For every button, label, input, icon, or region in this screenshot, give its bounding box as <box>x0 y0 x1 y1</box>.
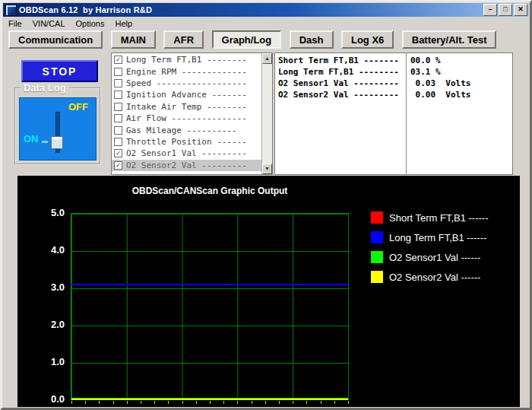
title-bar: OBDScan 6.12 by Harrison R&D – □ ✕ <box>3 3 529 17</box>
pid-row-o2-sensor1-val[interactable]: ✓ O2 Sensor1 Val --------- <box>112 148 261 159</box>
tab-battery-alt-test[interactable]: Battery/Alt. Test <box>402 30 497 49</box>
pid-row-long-term-ft-b1[interactable]: ✓ Long Term FT,B1 -------- <box>112 54 261 65</box>
reading-value: 0.03 Volts <box>410 78 470 90</box>
pid-label: Long Term FT,B1 -------- <box>126 55 247 65</box>
x-axis-tick <box>334 401 335 404</box>
menu-help[interactable]: Help <box>109 18 138 29</box>
chart-title: OBDScan/CANScan Graphic Output <box>71 186 349 196</box>
scroll-down-icon[interactable]: ▼ <box>262 164 272 174</box>
reading-value: 0.00 Volts <box>410 90 470 101</box>
x-axis-tick <box>196 401 197 404</box>
tab-log-x6[interactable]: Log X6 <box>341 30 394 49</box>
readings-labels: Short Term FT,B1 ------- Long Term FT,B1… <box>278 56 399 101</box>
legend-label: Short Term FT,B1 ------ <box>389 212 489 224</box>
data-log-panel: OFF ON <box>19 97 97 161</box>
pid-list-scrollbar[interactable]: ▲ ▼ <box>261 53 272 174</box>
minimize-button[interactable]: – <box>483 4 497 16</box>
pid-row-throttle-position[interactable]: Throttle Position ------ <box>112 136 261 148</box>
maximize-button[interactable]: □ <box>499 4 512 16</box>
window-title: OBDScan 6.12 by Harrison R&D <box>19 5 482 14</box>
pid-row-intake-air-temp[interactable]: Intake Air Temp -------- <box>112 101 261 113</box>
chart-legend: Short Term FT,B1 ------ Long Term FT,B1 … <box>371 211 489 291</box>
pid-list-panel: ✓ Long Term FT,B1 -------- Engine RPM --… <box>111 52 273 175</box>
data-log-title: Data Log <box>21 82 69 94</box>
pid-row-engine-rpm[interactable]: Engine RPM ------------- <box>112 65 261 77</box>
checkbox-icon[interactable] <box>114 68 122 76</box>
scroll-up-icon[interactable]: ▲ <box>262 53 272 64</box>
legend-swatch-green <box>371 251 383 263</box>
close-button[interactable]: ✕ <box>514 4 527 16</box>
y-axis-label: 4.0 <box>37 244 65 256</box>
menu-options[interactable]: Options <box>71 18 110 29</box>
x-axis-tick <box>321 401 321 404</box>
legend-swatch-yellow <box>371 271 383 283</box>
x-axis-tick <box>113 401 114 404</box>
checkbox-icon[interactable]: ✓ <box>114 161 122 170</box>
checkbox-icon[interactable] <box>114 138 122 146</box>
data-log-slider-handle[interactable] <box>51 136 63 149</box>
tab-afr[interactable]: AFR <box>163 30 204 49</box>
reading-label: Long Term FT,B1 -------- <box>278 67 399 78</box>
pid-label: Ignition Advance ------- <box>126 90 247 100</box>
checkbox-icon[interactable] <box>114 126 122 135</box>
readings-panel: Short Term FT,B1 ------- Long Term FT,B1… <box>274 52 513 175</box>
x-axis-tick <box>279 401 280 404</box>
tab-main[interactable]: MAIN <box>111 30 156 49</box>
x-axis-tick <box>306 401 307 404</box>
pid-label: O2 Sensor2 Val --------- <box>126 161 247 170</box>
stop-button[interactable]: STOP <box>21 60 98 82</box>
reading-label: Short Term FT,B1 ------- <box>278 56 399 67</box>
checkbox-icon[interactable] <box>114 91 122 99</box>
pid-label: Throttle Position ------ <box>126 137 247 147</box>
legend-item: Short Term FT,B1 ------ <box>371 211 489 224</box>
x-axis-tick <box>85 401 86 404</box>
x-axis-tick <box>237 401 238 404</box>
pid-row-o2-sensor2-val[interactable]: ✓ O2 Sensor2 Val --------- <box>112 160 261 171</box>
x-axis-tick <box>252 401 252 404</box>
pid-row-speed[interactable]: Speed ------------------ <box>112 78 261 89</box>
legend-item: O2 Sensor2 Val ------ <box>371 271 489 283</box>
data-log-off-label: OFF <box>68 101 88 113</box>
tab-dash[interactable]: Dash <box>290 30 334 49</box>
data-log-on-label: ON <box>24 133 39 145</box>
tab-graph-log[interactable]: Graph/Log <box>212 30 282 49</box>
checkbox-icon[interactable] <box>114 103 122 111</box>
reading-value: 00.0 % <box>410 56 470 67</box>
pid-row-air-flow[interactable]: Air Flow --------------- <box>112 113 261 124</box>
pid-label: Engine RPM ------------- <box>126 67 247 77</box>
pid-row-gas-mileage[interactable]: Gas Mileage ---------- <box>112 124 261 135</box>
plot-area <box>71 213 349 400</box>
legend-swatch-red <box>371 211 383 224</box>
checkbox-icon[interactable] <box>114 79 122 87</box>
y-axis-label: 5.0 <box>37 207 65 218</box>
legend-label: O2 Sensor2 Val ------ <box>389 272 480 283</box>
checkbox-icon[interactable]: ✓ <box>114 56 122 64</box>
x-axis-tick <box>154 401 155 404</box>
x-axis-tick <box>348 401 349 404</box>
checkbox-icon[interactable]: ✓ <box>114 149 122 157</box>
app-icon <box>5 5 17 16</box>
reading-label: O2 Sensor1 Val --------- <box>278 78 399 90</box>
checkbox-icon[interactable] <box>114 114 122 122</box>
legend-swatch-blue <box>371 231 383 243</box>
pid-label: Air Flow --------------- <box>126 113 247 123</box>
series-line <box>71 399 348 400</box>
graph-panel: OBDScan/CANScan Graphic Output Short Ter… <box>17 176 520 407</box>
menu-bar: File VIN/CAL Options Help <box>3 17 529 30</box>
x-axis-tick <box>265 401 266 404</box>
tab-communication[interactable]: Communication <box>8 30 103 49</box>
x-axis-tick <box>223 401 224 404</box>
legend-label: Long Term FT,B1 ------ <box>389 232 486 243</box>
menu-file[interactable]: File <box>3 18 27 29</box>
legend-item: Long Term FT,B1 ------ <box>371 231 489 243</box>
menu-vin-cal[interactable]: VIN/CAL <box>27 18 71 29</box>
series-line <box>71 284 348 285</box>
x-axis-tick <box>168 401 169 404</box>
pid-label: Gas Mileage ---------- <box>126 126 237 135</box>
x-axis-tick <box>71 401 72 404</box>
pid-row-ignition-advance[interactable]: Ignition Advance ------- <box>112 89 261 100</box>
x-axis-tick <box>127 401 128 404</box>
pid-label: Speed ------------------ <box>126 78 247 88</box>
slider-tick-icon <box>42 141 48 143</box>
legend-label: O2 Sensor1 Val ------ <box>389 252 480 263</box>
